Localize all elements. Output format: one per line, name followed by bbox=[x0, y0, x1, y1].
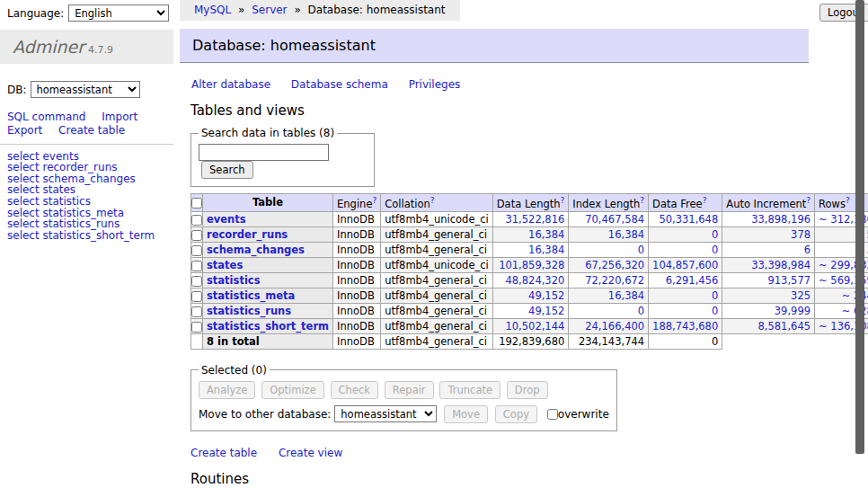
sidebar-item-select-statistics-short-term[interactable]: select statistics_short_term bbox=[7, 230, 166, 242]
data-free-link[interactable]: 0 bbox=[652, 228, 718, 241]
data-length-link[interactable]: 31,522,816 bbox=[497, 213, 565, 226]
help-icon[interactable]: ? bbox=[846, 196, 850, 205]
table-name-link[interactable]: statistics_meta bbox=[207, 289, 295, 302]
data-length-link[interactable]: 16,384 bbox=[497, 244, 565, 256]
index-length-link[interactable]: 67,256,320 bbox=[572, 259, 644, 271]
vertical-scrollbar-thumb[interactable] bbox=[855, 0, 864, 454]
data-free-link[interactable]: 50,331,648 bbox=[652, 213, 718, 226]
help-icon[interactable]: ? bbox=[430, 196, 435, 205]
auto-increment-link[interactable]: 8,581,645 bbox=[726, 320, 810, 333]
row-checkbox[interactable] bbox=[191, 322, 202, 333]
database-action-links: Alter database Database schema Privilege… bbox=[191, 78, 809, 91]
analyze-button[interactable]: Analyze bbox=[199, 381, 255, 399]
auto-increment-link[interactable]: 33,898,196 bbox=[726, 213, 810, 226]
sidebar-item-select-recorder-runs[interactable]: select recorder_runs bbox=[7, 162, 166, 173]
app-title: Adminer4.7.9 bbox=[0, 30, 173, 64]
data-length-link[interactable]: 48,824,320 bbox=[497, 274, 565, 287]
breadcrumb-separator: » bbox=[238, 4, 244, 16]
sidebar-item-select-statistics[interactable]: select statistics bbox=[7, 196, 166, 208]
select-all-checkbox[interactable] bbox=[191, 198, 202, 209]
data-length-link[interactable]: 10,502,144 bbox=[497, 320, 565, 333]
sidebar-link-export[interactable]: Export bbox=[7, 124, 42, 137]
repair-button[interactable]: Repair bbox=[385, 381, 434, 399]
db-select[interactable]: homeassistant bbox=[31, 81, 140, 98]
create-table-link[interactable]: Create table bbox=[190, 447, 257, 459]
data-free-link[interactable]: 0 bbox=[652, 289, 718, 302]
auto-increment-link[interactable]: 378 bbox=[726, 228, 810, 241]
help-icon[interactable]: ? bbox=[561, 196, 565, 205]
collation-cell: utf8mb4_general_ci bbox=[381, 226, 493, 242]
move-button[interactable]: Move bbox=[444, 405, 488, 423]
search-input[interactable] bbox=[199, 144, 329, 161]
optimize-button[interactable]: Optimize bbox=[261, 381, 324, 399]
data-length-link[interactable]: 49,152 bbox=[497, 305, 565, 317]
index-length-link[interactable]: 16,384 bbox=[572, 289, 644, 302]
help-icon[interactable]: ? bbox=[372, 196, 376, 205]
row-checkbox[interactable] bbox=[191, 291, 202, 302]
search-button[interactable]: Search bbox=[201, 161, 253, 179]
data-free-link[interactable]: 6,291,456 bbox=[652, 274, 718, 287]
row-checkbox[interactable] bbox=[191, 261, 202, 271]
collation-cell: utf8mb4_general_ci bbox=[381, 318, 493, 333]
breadcrumb-separator: » bbox=[294, 4, 300, 16]
sidebar-link-create-table[interactable]: Create table bbox=[58, 124, 125, 137]
row-checkbox[interactable] bbox=[191, 306, 202, 317]
index-length-link[interactable]: 24,166,400 bbox=[572, 320, 644, 333]
index-length-link[interactable]: 0 bbox=[572, 244, 644, 256]
help-icon[interactable]: ? bbox=[806, 196, 810, 205]
table-name-link[interactable]: events bbox=[207, 213, 246, 226]
sidebar-item-select-statistics-runs[interactable]: select statistics_runs bbox=[7, 218, 166, 230]
table-name-link[interactable]: statistics bbox=[207, 274, 261, 287]
search-legend: Search data in tables (8) bbox=[199, 127, 337, 139]
auto-increment-link[interactable]: 325 bbox=[726, 289, 810, 302]
table-name-link[interactable]: recorder_runs bbox=[207, 228, 288, 241]
data-length-link[interactable]: 49,152 bbox=[497, 289, 565, 302]
truncate-button[interactable]: Truncate bbox=[439, 381, 500, 399]
help-icon[interactable]: ? bbox=[640, 196, 644, 205]
drop-button[interactable]: Drop bbox=[507, 381, 548, 399]
collation-cell: utf8mb4_general_ci bbox=[381, 303, 493, 318]
table-name-link[interactable]: statistics_runs bbox=[207, 305, 291, 317]
sidebar-link-sql-command[interactable]: SQL command bbox=[7, 111, 85, 123]
create-view-link[interactable]: Create view bbox=[279, 447, 342, 459]
table-row: statistics_runs InnoDB utf8mb4_general_c… bbox=[191, 303, 868, 318]
overwrite-checkbox[interactable] bbox=[547, 409, 558, 420]
privileges-link[interactable]: Privileges bbox=[409, 78, 461, 91]
check-button[interactable]: Check bbox=[331, 381, 378, 399]
data-free-link[interactable]: 188,743,680 bbox=[652, 320, 718, 333]
engine-cell: InnoDB bbox=[333, 288, 381, 303]
row-checkbox[interactable] bbox=[191, 276, 202, 287]
sidebar-link-import[interactable]: Import bbox=[102, 111, 137, 123]
table-name-link[interactable]: statistics_short_term bbox=[207, 320, 329, 333]
auto-increment-link[interactable]: 6 bbox=[726, 244, 810, 256]
data-free-link[interactable]: 104,857,600 bbox=[652, 259, 718, 271]
alter-database-link[interactable]: Alter database bbox=[191, 78, 270, 91]
copy-button[interactable]: Copy bbox=[495, 405, 537, 423]
index-length-link[interactable]: 72,220,672 bbox=[572, 274, 644, 287]
table-name-link[interactable]: schema_changes bbox=[207, 244, 305, 256]
language-label: Language: bbox=[7, 7, 64, 20]
auto-increment-link[interactable]: 39,999 bbox=[726, 305, 810, 317]
index-length-link[interactable]: 70,467,584 bbox=[572, 213, 644, 226]
breadcrumb-link-mysql[interactable]: MySQL bbox=[194, 4, 231, 16]
help-icon[interactable]: ? bbox=[703, 196, 707, 205]
move-database-select[interactable]: homeassistant bbox=[334, 405, 437, 422]
move-label: Move to other database: bbox=[199, 407, 331, 420]
database-schema-link[interactable]: Database schema bbox=[291, 78, 388, 91]
data-free-link[interactable]: 0 bbox=[652, 244, 718, 256]
row-checkbox[interactable] bbox=[191, 230, 202, 241]
data-free-link[interactable]: 0 bbox=[652, 305, 718, 317]
data-length-link[interactable]: 16,384 bbox=[497, 228, 565, 241]
table-name-link[interactable]: states bbox=[207, 259, 243, 271]
auto-increment-link[interactable]: 913,577 bbox=[726, 274, 810, 287]
data-length-link[interactable]: 101,859,328 bbox=[497, 259, 565, 271]
column-header-data-length: Data Length? bbox=[492, 194, 569, 212]
index-length-link[interactable]: 0 bbox=[572, 305, 644, 317]
row-checkbox[interactable] bbox=[191, 245, 202, 256]
breadcrumb-link-server[interactable]: Server bbox=[252, 4, 287, 16]
overwrite-label: overwrite bbox=[558, 408, 609, 421]
row-checkbox[interactable] bbox=[191, 215, 202, 226]
auto-increment-link[interactable]: 33,398,984 bbox=[726, 259, 810, 271]
language-select[interactable]: English bbox=[68, 4, 169, 22]
index-length-link[interactable]: 16,384 bbox=[572, 228, 644, 241]
